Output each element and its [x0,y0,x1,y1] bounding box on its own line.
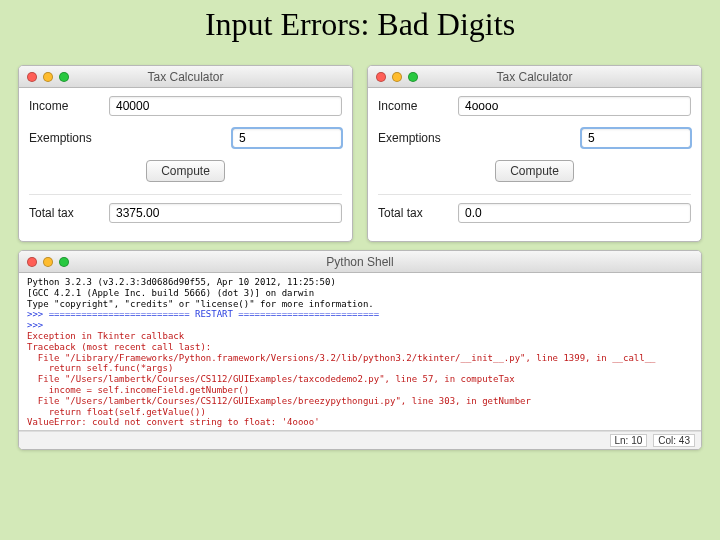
window-title: Python Shell [19,255,701,269]
compute-row: Compute [378,160,691,182]
shell-line: >>> ========================== RESTART =… [27,309,693,320]
total-output [109,203,342,223]
exemptions-input[interactable] [232,128,342,148]
status-line: Ln: 10 [610,434,648,447]
shell-line: Type "copyright", "credits" or "license(… [27,299,693,310]
exemptions-label: Exemptions [29,131,109,145]
shell-line: income = self.incomeField.getNumber() [27,385,693,396]
slide-title: Input Errors: Bad Digits [0,0,720,43]
total-label: Total tax [378,206,458,220]
shell-line: File "/Users/lambertk/Courses/CS112/GUIE… [27,374,693,385]
shell-line: File "/Users/lambertk/Courses/CS112/GUIE… [27,396,693,407]
separator [29,194,342,195]
shell-line: Python 3.2.3 (v3.2.3:3d0686d90f55, Apr 1… [27,277,693,288]
compute-button[interactable]: Compute [495,160,574,182]
window-title: Tax Calculator [368,70,701,84]
form-body: Income Exemptions Compute Total tax [368,88,701,241]
window-title: Tax Calculator [19,70,352,84]
apps-row: Tax Calculator Income Exemptions Compute… [0,43,720,250]
shell-output[interactable]: Python 3.2.3 (v3.2.3:3d0686d90f55, Apr 1… [19,273,701,431]
window-titlebar: Tax Calculator [368,66,701,88]
form-body: Income Exemptions Compute Total tax [19,88,352,241]
tax-calculator-window-left: Tax Calculator Income Exemptions Compute… [18,65,353,242]
status-bar: Ln: 10 Col: 43 [19,431,701,449]
income-input[interactable] [458,96,691,116]
shell-wrap: Python Shell Python 3.2.3 (v3.2.3:3d0686… [0,250,720,458]
income-input[interactable] [109,96,342,116]
shell-line: ValueError: could not convert string to … [27,417,693,428]
shell-line: [GCC 4.2.1 (Apple Inc. build 5666) (dot … [27,288,693,299]
tax-calculator-window-right: Tax Calculator Income Exemptions Compute… [367,65,702,242]
exemptions-row: Exemptions [378,128,691,148]
exemptions-input[interactable] [581,128,691,148]
income-label: Income [378,99,458,113]
exemptions-label: Exemptions [378,131,458,145]
python-shell-window: Python Shell Python 3.2.3 (v3.2.3:3d0686… [18,250,702,450]
total-row: Total tax [378,203,691,223]
income-row: Income [378,96,691,116]
status-col: Col: 43 [653,434,695,447]
window-titlebar: Tax Calculator [19,66,352,88]
window-titlebar: Python Shell [19,251,701,273]
shell-line: Exception in Tkinter callback [27,331,693,342]
shell-line: >>> [27,320,693,331]
income-row: Income [29,96,342,116]
separator [378,194,691,195]
compute-button[interactable]: Compute [146,160,225,182]
shell-line: Traceback (most recent call last): [27,342,693,353]
exemptions-row: Exemptions [29,128,342,148]
shell-line: File "/Library/Frameworks/Python.framewo… [27,353,693,364]
shell-line: return self.func(*args) [27,363,693,374]
total-label: Total tax [29,206,109,220]
income-label: Income [29,99,109,113]
total-output [458,203,691,223]
compute-row: Compute [29,160,342,182]
total-row: Total tax [29,203,342,223]
shell-line: return float(self.getValue()) [27,407,693,418]
